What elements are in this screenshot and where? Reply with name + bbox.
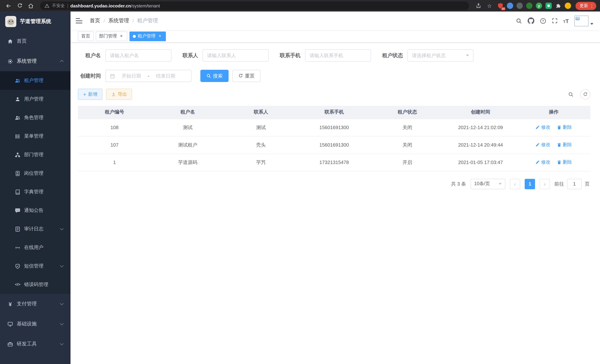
header-search-button[interactable] xyxy=(516,18,522,24)
sidebar-item-role[interactable]: 角色管理 xyxy=(0,108,71,127)
search-button[interactable]: 搜索 xyxy=(200,70,229,82)
delete-link[interactable]: 删除 xyxy=(557,142,572,148)
help-button[interactable]: ? xyxy=(540,18,546,24)
main-area: 首页 / 系统管理 / 租户管理 ? xyxy=(71,11,600,364)
phone-field[interactable] xyxy=(309,53,367,58)
status-field[interactable] xyxy=(412,53,464,58)
bookmark-button[interactable]: ☆ xyxy=(485,1,494,10)
current-page-button[interactable]: 1 xyxy=(525,179,535,189)
profile-avatar-icon[interactable] xyxy=(565,3,571,9)
breadcrumb-home[interactable]: 首页 xyxy=(90,18,100,24)
back-button[interactable] xyxy=(4,1,13,10)
edit-link[interactable]: 修改 xyxy=(536,124,551,131)
filter-status: 租户状态 xyxy=(382,49,473,62)
extensions-puzzle-button[interactable] xyxy=(555,3,562,9)
shield-icon xyxy=(15,263,20,269)
tag-tenant-active[interactable]: 租户管理 × xyxy=(130,31,166,41)
date-range-picker[interactable]: - xyxy=(105,70,191,82)
column-header-phone: 联系手机 xyxy=(298,106,371,119)
delete-link[interactable]: 删除 xyxy=(557,159,572,166)
extension-green-square-icon[interactable] xyxy=(545,3,552,9)
export-button[interactable]: 导出 xyxy=(106,89,132,100)
sidebar-item-dev-tools[interactable]: 研发工具 xyxy=(0,334,71,354)
contact-input[interactable] xyxy=(203,49,269,62)
user-avatar-menu[interactable] xyxy=(574,15,593,26)
sidebar-item-payment[interactable]: ¥ 支付管理 xyxy=(0,294,71,314)
extension-dark-icon[interactable] xyxy=(516,3,523,9)
page-size-select[interactable]: 10条/页 xyxy=(470,179,505,189)
sidebar-item-dept[interactable]: 部门管理 xyxy=(0,145,71,164)
refresh-table-button[interactable] xyxy=(580,89,590,99)
extension-green-circle-icon[interactable]: y xyxy=(536,3,542,9)
app-logo[interactable]: 芋道管理系统 xyxy=(0,11,71,31)
extension-darkgreen-icon[interactable] xyxy=(526,3,533,9)
sidebar-item-tenant[interactable]: 租户管理 xyxy=(0,71,71,90)
cell-created: 2021-01-05 17:03:47 xyxy=(444,154,517,171)
sidebar-toggle-button[interactable] xyxy=(76,17,84,25)
edit-link[interactable]: 修改 xyxy=(536,142,551,148)
sidebar-item-infra[interactable]: 基础设施 xyxy=(0,314,71,334)
sidebar-item-label: 系统管理 xyxy=(17,58,37,65)
contact-field[interactable] xyxy=(207,53,264,58)
home-button[interactable] xyxy=(26,1,36,10)
edit-link[interactable]: 修改 xyxy=(536,159,551,166)
warning-triangle-icon xyxy=(45,3,49,8)
tenant-name-field[interactable] xyxy=(110,53,167,58)
status-select[interactable] xyxy=(407,49,473,62)
column-header-contact: 联系人 xyxy=(224,106,298,119)
sidebar-item-online-users[interactable]: 在线用户 xyxy=(0,238,71,257)
tag-label: 部门管理 xyxy=(99,33,117,39)
breadcrumb: 首页 / 系统管理 / 租户管理 xyxy=(90,18,158,24)
goto-suffix: 页 xyxy=(585,180,590,187)
next-icon: › xyxy=(544,181,546,187)
tag-dept[interactable]: 部门管理 × xyxy=(96,31,127,41)
breadcrumb-separator: / xyxy=(103,18,105,24)
tag-home[interactable]: 首页 xyxy=(78,31,94,41)
fullscreen-icon xyxy=(552,18,558,24)
address-bar[interactable]: 不安全 dashboard.yudao.iocoder.cn/system/te… xyxy=(40,1,469,10)
sidebar-item-post[interactable]: 岗位管理 xyxy=(0,164,71,183)
font-size-button[interactable]: TT xyxy=(563,18,569,24)
comment-icon xyxy=(15,208,20,213)
github-button[interactable] xyxy=(527,18,534,24)
reload-icon xyxy=(17,3,22,9)
security-label[interactable]: 不安全 xyxy=(52,3,65,9)
close-icon[interactable]: × xyxy=(119,34,124,39)
extension-adblock-icon[interactable]: 10 xyxy=(497,3,504,9)
sidebar-item-user[interactable]: 用户管理 xyxy=(0,90,71,108)
close-icon[interactable]: × xyxy=(157,34,162,39)
breadcrumb-system[interactable]: 系统管理 xyxy=(108,18,129,24)
add-button[interactable]: + 新增 xyxy=(78,89,103,100)
sidebar-item-dict[interactable]: 字典管理 xyxy=(0,183,71,201)
users-icon xyxy=(15,115,20,121)
reload-button[interactable] xyxy=(15,1,25,10)
next-page-button[interactable]: › xyxy=(540,179,550,189)
sidebar-item-menu[interactable]: 菜单管理 xyxy=(0,127,71,145)
goto-page-input[interactable] xyxy=(567,179,582,189)
extension-blue-icon[interactable] xyxy=(507,3,513,9)
sidebar-item-system[interactable]: 系统管理 xyxy=(0,51,71,71)
toggle-search-button[interactable] xyxy=(566,89,576,99)
sidebar-item-sms[interactable]: 短信管理 xyxy=(0,257,71,275)
sidebar-item-label: 审计日志 xyxy=(24,226,43,232)
end-date-field[interactable] xyxy=(151,73,180,79)
browser-update-button[interactable]: 更新 ⋮ xyxy=(575,2,596,10)
column-header-ops: 操作 xyxy=(517,106,590,119)
phone-input[interactable] xyxy=(305,49,371,62)
sidebar-item-audit-log[interactable]: 审计日志 xyxy=(0,220,71,238)
share-button[interactable] xyxy=(473,1,483,10)
start-date-field[interactable] xyxy=(117,73,145,79)
reset-button[interactable]: 重置 xyxy=(232,70,261,82)
sidebar-item-notice[interactable]: 通知公告 xyxy=(0,201,71,220)
filter-row-2: 创建时间 - 搜索 重置 xyxy=(78,70,590,82)
tenant-name-input[interactable] xyxy=(105,49,171,62)
column-header-status: 租户状态 xyxy=(371,106,444,119)
tenant-table: 租户编号 租户名 联系人 联系手机 租户状态 创建时间 操作 108 测试 xyxy=(78,106,590,171)
sidebar-item-error-code[interactable]: </> 错误码管理 xyxy=(0,275,71,294)
fullscreen-button[interactable] xyxy=(552,18,558,24)
cell-contact: 秃头 xyxy=(224,136,298,154)
sidebar-item-home[interactable]: 首页 xyxy=(0,31,71,51)
prev-page-button[interactable]: ‹ xyxy=(510,179,520,189)
delete-link[interactable]: 删除 xyxy=(557,124,572,131)
table-toolbar: + 新增 导出 xyxy=(78,89,590,100)
